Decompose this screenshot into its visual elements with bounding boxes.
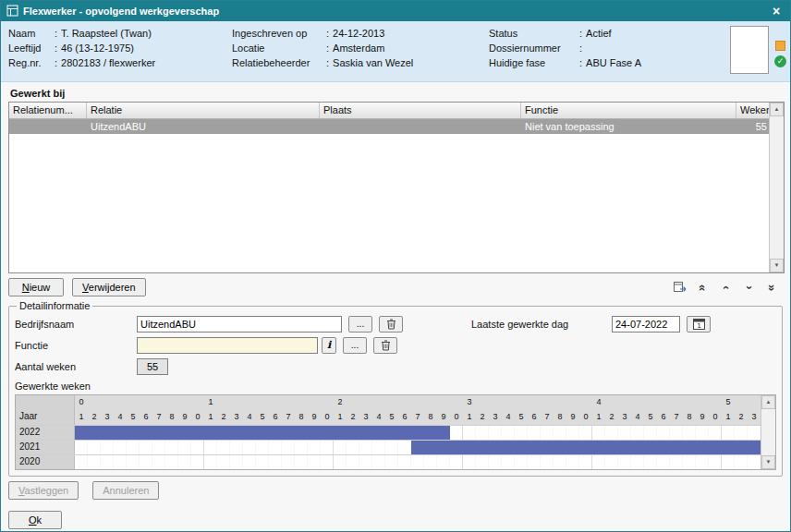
functie-delete-button[interactable]: [373, 337, 397, 354]
week-cell: [592, 455, 605, 469]
colon: :: [322, 57, 333, 72]
week-decade-cell: [372, 395, 385, 410]
week-number-cell: 9: [437, 410, 450, 425]
functie-browse-button[interactable]: ...: [343, 337, 367, 354]
ok-label-rest: k: [37, 514, 43, 526]
week-cell: [204, 455, 217, 469]
vastleggen-button[interactable]: Vastleggen: [8, 481, 79, 500]
week-number-cell: 6: [528, 410, 541, 425]
cell-relatie: UitzendABU: [87, 119, 320, 134]
week-cell: [140, 455, 152, 469]
table-row[interactable]: UitzendABU Niet van toepassing 55: [9, 119, 784, 134]
week-number-cell: 3: [618, 410, 631, 425]
week-row-cells: [75, 455, 761, 469]
verwijderen-button[interactable]: Verwijderen: [72, 278, 145, 296]
verwijderen-label: V: [82, 282, 89, 293]
bedrijfsnaam-input[interactable]: [137, 316, 342, 332]
week-row-cells: [75, 441, 761, 454]
week-cell: [347, 441, 359, 454]
week-cell: [735, 455, 748, 469]
column-header-relatienummer[interactable]: Relatienum...: [9, 103, 87, 118]
column-header-relatie[interactable]: Relatie: [87, 103, 320, 118]
week-number-cell: 5: [385, 410, 398, 425]
worked-table-scrollbar[interactable]: ▲ ▼: [769, 103, 784, 272]
scroll-down-button[interactable]: ▼: [770, 259, 784, 272]
column-header-plaats[interactable]: Plaats: [320, 103, 521, 118]
functie-info-button[interactable]: i: [322, 337, 336, 354]
week-cell: [515, 455, 528, 469]
trash-icon: [381, 340, 391, 351]
laatste-gewerkte-dag-input[interactable]: [612, 316, 680, 332]
annuleren-button[interactable]: Annuleren: [92, 481, 159, 500]
week-cell: [321, 441, 334, 454]
column-header-weken[interactable]: Weken: [736, 103, 771, 118]
week-decade-cell: [140, 395, 152, 410]
week-cell: [269, 441, 282, 454]
bedrijfsnaam-browse-button[interactable]: ...: [348, 316, 372, 332]
week-decade-cell: [657, 395, 670, 410]
week-cell: [722, 455, 735, 469]
functie-input[interactable]: [137, 337, 318, 354]
week-cell: [372, 455, 385, 469]
week-cell: [424, 455, 437, 469]
colon: :: [322, 28, 333, 42]
nav-prev-button[interactable]: ‹: [718, 280, 735, 295]
week-cell: [579, 455, 592, 469]
week-cell: [579, 426, 592, 440]
week-cell: [152, 455, 165, 469]
arrow-down-icon: ▼: [766, 459, 772, 465]
ingeschreven-label: Ingeschreven op: [232, 28, 322, 42]
week-decade-cell: [282, 395, 295, 410]
week-cell: [217, 441, 230, 454]
decade-row-corner: [16, 395, 75, 410]
week-cell: [450, 455, 463, 469]
worked-table-header: Relatienum... Relatie Plaats Functie Wek…: [9, 103, 784, 119]
memo-indicator-icon[interactable]: [775, 41, 785, 51]
leeftijd-value: 46 (13-12-1975): [61, 42, 134, 57]
bedrijfsnaam-delete-button[interactable]: [379, 316, 403, 332]
week-decade-cell: [88, 395, 101, 410]
nav-first-button[interactable]: «: [695, 280, 712, 295]
worked-weeks-grid: 012345 Jaar 1234567890123456789012345678…: [15, 394, 776, 470]
ok-button[interactable]: Ok: [8, 511, 62, 529]
week-number-cell: 9: [178, 410, 191, 425]
weeks-scroll-up-button[interactable]: ▲: [761, 395, 775, 409]
week-number-cell: 8: [554, 410, 566, 425]
week-decade-cell: [152, 395, 165, 410]
week-cell: [359, 441, 372, 454]
week-decade-cell: [605, 395, 618, 410]
week-number-cell: 1: [592, 410, 605, 425]
week-cell: [282, 455, 295, 469]
nav-last-button[interactable]: »: [764, 280, 781, 295]
chevron-down-icon: ›: [743, 285, 757, 289]
calendar-button[interactable]: 1: [687, 316, 711, 332]
week-number-cell: 2: [735, 410, 748, 425]
week-decade-cell: [178, 395, 191, 410]
scroll-up-button[interactable]: ▲: [770, 103, 784, 116]
nav-next-button[interactable]: ›: [741, 280, 758, 295]
week-number-cell: 7: [411, 410, 424, 425]
week-number-cell: 0: [450, 410, 463, 425]
export-button[interactable]: [672, 280, 688, 295]
nieuw-button[interactable]: Nieuw: [8, 278, 64, 296]
close-icon: ×: [773, 4, 780, 18]
year-label: 2022: [16, 426, 75, 440]
week-cell: [88, 441, 101, 454]
cell-plaats: [320, 125, 521, 128]
week-cell: [709, 426, 722, 440]
status-label: Status: [489, 28, 576, 42]
week-decade-cell: [579, 395, 592, 410]
week-cell: [722, 426, 735, 440]
week-cell: [631, 426, 644, 440]
column-header-functie[interactable]: Functie: [521, 103, 736, 118]
week-decade-cell: [489, 395, 502, 410]
colon: :: [576, 42, 586, 57]
week-cell: [696, 426, 709, 440]
week-decade-cell: [735, 395, 748, 410]
week-decade-cell: [437, 395, 450, 410]
weeks-scroll-down-button[interactable]: ▼: [761, 455, 775, 469]
week-number-cell: 8: [424, 410, 437, 425]
weeks-scrollbar[interactable]: ▲ ▼: [761, 395, 775, 469]
close-button[interactable]: ×: [768, 2, 785, 20]
week-cell: [631, 455, 644, 469]
